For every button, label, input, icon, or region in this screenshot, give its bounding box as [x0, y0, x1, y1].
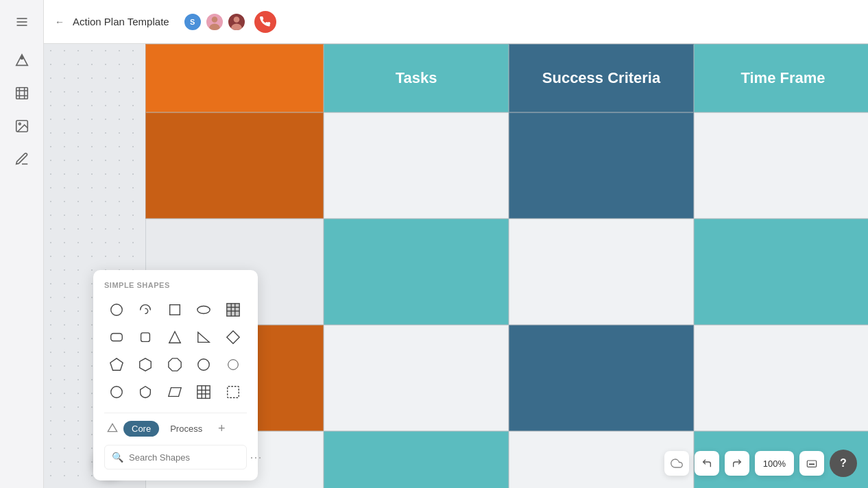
header-bar: ← Action Plan Template S [44, 0, 868, 44]
svg-rect-24 [141, 333, 150, 342]
cell-r1-c2 [509, 112, 694, 219]
tab-process[interactable]: Process [162, 421, 210, 437]
keyboard-shortcut-button[interactable] [799, 451, 824, 476]
shape-ring[interactable] [104, 380, 129, 404]
avatar-s: S [183, 12, 202, 32]
search-more-icon[interactable]: ⋯ [250, 450, 262, 465]
svg-point-11 [211, 16, 217, 23]
cell-r1-c1 [324, 112, 509, 219]
bottom-toolbar: 100% ? [664, 450, 857, 477]
shape-right-triangle[interactable] [191, 325, 216, 350]
svg-rect-35 [197, 386, 210, 398]
cell-r2-c1 [324, 219, 509, 325]
shape-octagon[interactable] [162, 352, 187, 377]
avatar-group: S [183, 12, 246, 32]
cell-success-header: Success Criteria [509, 44, 694, 112]
canvas-area: Tasks Success Criteria Time Frame [44, 44, 868, 488]
shape-placeholder[interactable] [221, 380, 245, 404]
shapes-tab-icon[interactable] [104, 420, 121, 437]
svg-marker-25 [169, 332, 181, 343]
undo-button[interactable] [695, 451, 719, 476]
shape-ellipse[interactable] [191, 297, 216, 322]
cell-r1-c3 [694, 112, 868, 219]
svg-point-10 [19, 123, 21, 125]
shape-thin-circle[interactable] [221, 352, 245, 377]
svg-rect-4 [16, 88, 27, 99]
search-input[interactable] [129, 452, 244, 463]
shape-triangle[interactable] [162, 325, 187, 350]
phone-button[interactable] [254, 11, 276, 33]
cell-r2-c3 [694, 219, 868, 325]
shape-diamond[interactable] [221, 325, 245, 350]
svg-point-17 [197, 306, 210, 314]
avatar-3 [227, 12, 246, 32]
shapes-grid [104, 297, 247, 404]
time-frame-label: Time Frame [740, 69, 825, 87]
svg-marker-29 [140, 358, 152, 371]
avatar-2 [205, 12, 224, 32]
zoom-level[interactable]: 100% [755, 451, 794, 476]
svg-point-15 [111, 304, 123, 316]
cell-r2-c2 [509, 219, 694, 325]
main-content: ← Action Plan Template S [44, 0, 868, 488]
svg-point-31 [198, 359, 210, 371]
svg-point-33 [111, 387, 123, 398]
shape-shield[interactable] [133, 380, 158, 404]
shape-pentagon[interactable] [104, 352, 129, 377]
svg-marker-41 [108, 424, 117, 431]
svg-rect-23 [111, 334, 123, 341]
back-button[interactable]: ← [55, 16, 64, 27]
app-container: ← Action Plan Template S [0, 0, 868, 488]
svg-point-3 [21, 57, 23, 60]
success-criteria-label: Success Criteria [542, 69, 660, 87]
cell-r4-c1 [324, 431, 509, 488]
cell-r3-c1 [324, 325, 509, 431]
svg-point-32 [228, 360, 238, 370]
panel-tabs: Core Process + [104, 413, 247, 437]
svg-rect-18 [226, 304, 239, 316]
shape-rounded-square[interactable] [133, 325, 158, 350]
shape-circle[interactable] [104, 297, 129, 322]
svg-marker-34 [169, 388, 181, 397]
shape-arc[interactable] [133, 297, 158, 322]
shapes-panel: SIMPLE SHAPES [93, 270, 258, 480]
cloud-save-button[interactable] [664, 451, 689, 476]
cell-r1-c0 [145, 112, 324, 219]
shape-rounded-rect[interactable] [104, 325, 129, 350]
svg-marker-30 [169, 358, 181, 371]
shape-hexagon[interactable] [133, 352, 158, 377]
cell-tasks-header: Tasks [324, 44, 509, 112]
shapes-tool-icon[interactable] [8, 47, 36, 74]
shape-table[interactable] [221, 297, 245, 322]
cell-r3-c3 [694, 325, 868, 431]
frame-tool-icon[interactable] [8, 80, 36, 107]
svg-marker-27 [226, 331, 239, 343]
tasks-label: Tasks [396, 69, 437, 87]
svg-rect-16 [169, 305, 180, 315]
svg-marker-28 [110, 358, 123, 370]
svg-point-14 [231, 23, 241, 31]
svg-marker-26 [198, 332, 210, 343]
redo-button[interactable] [725, 451, 749, 476]
tab-add-button[interactable]: + [213, 420, 230, 437]
image-tool-icon[interactable] [8, 112, 36, 140]
cell-timeframe-header: Time Frame [694, 44, 868, 112]
sidebar [0, 0, 44, 488]
svg-point-12 [209, 23, 219, 31]
shape-square[interactable] [162, 297, 187, 322]
document-title: Action Plan Template [73, 16, 169, 27]
shape-circle-outline[interactable] [191, 352, 216, 377]
search-bar: 🔍 ⋯ [104, 445, 247, 469]
shape-grid[interactable] [191, 380, 216, 404]
menu-button[interactable] [8, 8, 36, 36]
section-label: SIMPLE SHAPES [104, 281, 247, 289]
cell-r3-c2 [509, 325, 694, 431]
svg-rect-40 [227, 387, 239, 398]
search-icon: 🔍 [112, 452, 123, 463]
tab-core[interactable]: Core [123, 421, 159, 437]
svg-point-13 [233, 16, 239, 23]
draw-tool-icon[interactable] [8, 145, 36, 173]
cell-r0-c0 [145, 44, 324, 112]
help-button[interactable]: ? [830, 450, 857, 477]
shape-parallelogram[interactable] [162, 380, 187, 404]
